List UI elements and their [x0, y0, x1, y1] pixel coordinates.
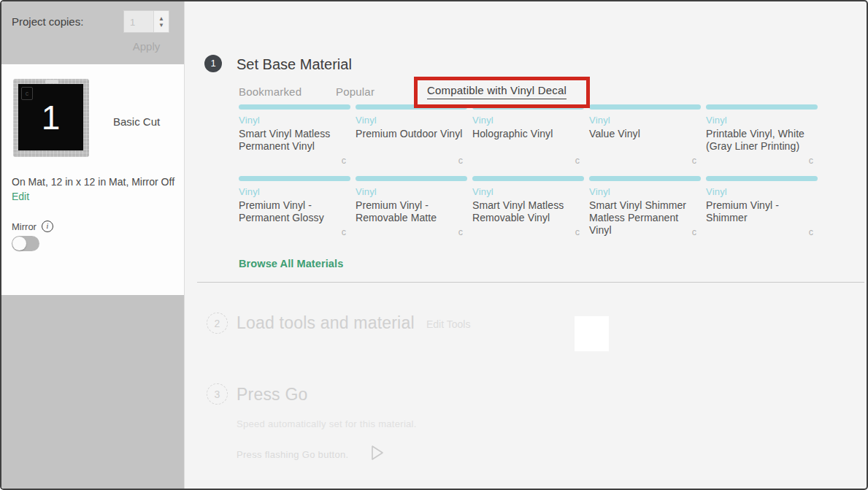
card-accent-bar: [472, 104, 584, 110]
spinner-down-icon[interactable]: ▼: [158, 22, 164, 28]
card-accent-bar: [589, 104, 701, 110]
speed-note: Speed automatically set for this materia…: [237, 418, 417, 429]
card-category: Vinyl: [706, 115, 818, 126]
material-card[interactable]: Vinyl Premium Vinyl - Shimmer c: [706, 176, 818, 239]
card-name: Smart Vinyl Shimmer Matless Permanent Vi…: [589, 199, 701, 237]
tab-bookmarked[interactable]: Bookmarked: [239, 85, 302, 98]
project-copies-panel: Project copies: 1 ▲ ▼ Apply: [1, 1, 184, 64]
make-it-window: Project copies: 1 ▲ ▼ Apply c 1 Basic Cu…: [0, 0, 868, 490]
card-category: Vinyl: [356, 115, 467, 126]
card-category: Vinyl: [239, 186, 350, 197]
mat-tab-notch: [45, 80, 58, 83]
card-name: Premium Outdoor Vinyl: [356, 128, 467, 140]
material-card[interactable]: Vinyl Printable Vinyl, White (Gray Liner…: [706, 104, 818, 167]
cricut-badge-icon: c: [692, 227, 696, 237]
step1-badge: 1: [204, 55, 222, 72]
cricut-badge-icon: c: [458, 227, 463, 237]
card-name: Premium Vinyl - Permanent Glossy: [239, 199, 350, 224]
info-icon[interactable]: i: [42, 221, 53, 232]
cricut-badge-icon: c: [692, 156, 696, 166]
card-name: Premium Vinyl - Removable Matte: [356, 199, 467, 224]
cricut-badge-icon: c: [342, 156, 346, 166]
card-accent-bar: [356, 104, 467, 110]
cricut-badge-icon: c: [342, 227, 346, 237]
material-card[interactable]: Vinyl Premium Outdoor Vinyl c: [356, 104, 467, 167]
mat-thumbnail[interactable]: c 1: [13, 79, 89, 157]
material-card[interactable]: Vinyl Smart Vinyl Matless Removable Viny…: [472, 176, 584, 239]
cricut-logo-icon: c: [21, 87, 33, 100]
card-accent-bar: [472, 176, 584, 181]
card-accent-bar: [706, 176, 818, 181]
card-category: Vinyl: [472, 115, 584, 126]
cricut-badge-icon: c: [458, 156, 463, 166]
mat-number: 1: [42, 98, 61, 137]
cricut-badge-icon: c: [809, 227, 813, 237]
card-name: Value Vinyl: [589, 128, 701, 140]
card-category: Vinyl: [589, 186, 701, 197]
card-category: Vinyl: [239, 115, 350, 126]
card-name: Premium Vinyl - Shimmer: [706, 199, 818, 224]
tab-popular[interactable]: Popular: [336, 85, 375, 98]
material-card[interactable]: Vinyl Smart Vinyl Shimmer Matless Perman…: [589, 176, 701, 239]
mirror-label: Mirror: [12, 221, 37, 232]
browse-all-materials-link[interactable]: Browse All Materials: [239, 258, 343, 269]
cricut-badge-icon: c: [575, 156, 580, 166]
edit-mat-link[interactable]: Edit: [12, 191, 29, 202]
press-note: Press flashing Go button.: [237, 449, 348, 460]
project-copies-value[interactable]: 1: [124, 11, 153, 32]
sidebar-bottom-panel: [1, 295, 184, 490]
card-name: Holographic Vinyl: [472, 128, 584, 140]
card-accent-bar: [589, 176, 701, 181]
mirror-row: Mirror i: [12, 221, 53, 232]
apply-button[interactable]: Apply: [123, 40, 169, 53]
mat-details: On Mat, 12 in x 12 in Mat, Mirror Off: [12, 176, 181, 188]
spinner-up-icon[interactable]: ▲: [158, 15, 164, 22]
card-name: Smart Vinyl Matless Removable Vinyl: [472, 199, 584, 224]
go-button-icon: [368, 443, 385, 462]
material-card[interactable]: Vinyl Premium Vinyl - Removable Matte c: [356, 176, 467, 239]
tab-compatible[interactable]: Compatible with Vinyl Decal: [427, 84, 566, 99]
material-card[interactable]: Vinyl Holographic Vinyl c: [472, 104, 584, 167]
card-accent-bar: [356, 176, 467, 181]
white-patch: [575, 316, 609, 351]
edit-tools-link[interactable]: Edit Tools: [426, 318, 470, 330]
mirror-toggle-knob: [12, 237, 26, 250]
step1-title: Set Base Material: [237, 56, 352, 73]
step3-badge: 3: [207, 383, 228, 405]
mat-preview: c 1: [18, 84, 83, 150]
step3-title: Press Go: [237, 385, 307, 405]
card-accent-bar: [239, 104, 350, 110]
card-accent-bar: [239, 176, 350, 181]
card-category: Vinyl: [706, 186, 818, 197]
card-name: Smart Vinyl Matless Permanent Vinyl: [239, 128, 350, 153]
cricut-badge-icon: c: [809, 156, 813, 166]
step2-title: Load tools and material: [237, 313, 415, 333]
material-card[interactable]: Vinyl Smart Vinyl Matless Permanent Viny…: [239, 104, 350, 167]
material-card[interactable]: Vinyl Premium Vinyl - Permanent Glossy c: [239, 176, 350, 239]
card-category: Vinyl: [356, 186, 467, 197]
mat-cut-type: Basic Cut: [113, 115, 160, 128]
mirror-toggle[interactable]: [12, 236, 39, 251]
card-category: Vinyl: [472, 186, 584, 197]
card-name: Printable Vinyl, White (Gray Liner Print…: [706, 128, 818, 153]
copies-spinner[interactable]: ▲ ▼: [153, 11, 169, 32]
card-accent-bar: [706, 104, 818, 110]
project-copies-input[interactable]: 1 ▲ ▼: [123, 10, 169, 33]
material-card[interactable]: Vinyl Value Vinyl c: [589, 104, 701, 167]
cricut-badge-icon: c: [575, 227, 580, 237]
materials-grid: Vinyl Smart Vinyl Matless Permanent Viny…: [239, 104, 818, 239]
sidebar: Project copies: 1 ▲ ▼ Apply c 1 Basic Cu…: [1, 1, 185, 489]
section-divider: [197, 282, 864, 283]
step2-badge: 2: [207, 313, 228, 334]
card-category: Vinyl: [589, 115, 701, 126]
project-copies-label: Project copies:: [12, 15, 83, 28]
